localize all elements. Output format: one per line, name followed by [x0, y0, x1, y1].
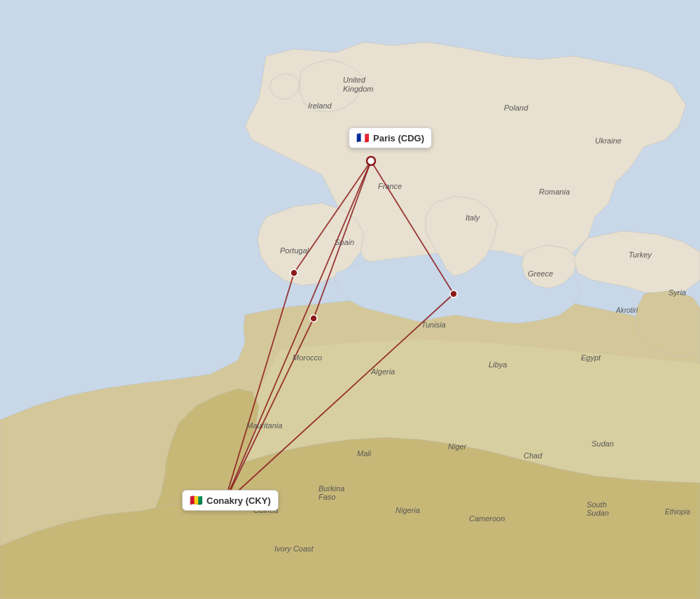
- svg-point-9: [310, 315, 317, 322]
- svg-text:Akrotiri: Akrotiri: [615, 306, 638, 314]
- svg-text:Romania: Romania: [539, 188, 570, 196]
- svg-text:Ireland: Ireland: [308, 101, 332, 110]
- map-container: Ireland United Kingdom France Poland Ukr…: [0, 0, 700, 599]
- svg-text:Mali: Mali: [357, 449, 372, 458]
- svg-text:Poland: Poland: [504, 104, 528, 112]
- svg-text:Kingdom: Kingdom: [343, 85, 373, 93]
- svg-text:Ukraine: Ukraine: [595, 136, 622, 145]
- svg-point-11: [367, 157, 375, 165]
- svg-text:Sudan: Sudan: [587, 509, 609, 517]
- svg-text:Ivory Coast: Ivory Coast: [274, 544, 314, 553]
- svg-text:Cameroon: Cameroon: [469, 514, 505, 523]
- svg-text:Tunisia: Tunisia: [421, 320, 446, 329]
- svg-text:Faso: Faso: [318, 493, 335, 501]
- svg-text:Guinea: Guinea: [253, 506, 278, 514]
- svg-text:South: South: [587, 500, 607, 509]
- svg-text:Morocco: Morocco: [293, 353, 322, 362]
- svg-text:Greece: Greece: [528, 269, 553, 278]
- svg-text:Syria: Syria: [668, 288, 686, 297]
- svg-text:Burkina: Burkina: [318, 484, 344, 493]
- svg-text:France: France: [378, 182, 402, 190]
- svg-text:Libya: Libya: [489, 360, 507, 369]
- svg-text:Mauritania: Mauritania: [246, 421, 282, 430]
- svg-text:Nigeria: Nigeria: [396, 506, 420, 514]
- svg-text:Spain: Spain: [335, 238, 354, 246]
- svg-text:Egypt: Egypt: [581, 353, 601, 362]
- svg-point-10: [450, 290, 457, 297]
- svg-text:Portugal: Portugal: [280, 246, 309, 255]
- svg-point-12: [220, 500, 228, 508]
- svg-point-8: [290, 269, 298, 276]
- svg-text:Chad: Chad: [524, 451, 542, 460]
- svg-text:Turkey: Turkey: [629, 251, 652, 259]
- svg-text:Italy: Italy: [465, 213, 481, 222]
- svg-text:United: United: [343, 76, 366, 84]
- svg-text:Algeria: Algeria: [370, 367, 395, 376]
- svg-text:Niger: Niger: [448, 442, 468, 451]
- map-svg: Ireland United Kingdom France Poland Ukr…: [0, 0, 700, 599]
- svg-text:Ethiopia: Ethiopia: [665, 508, 691, 516]
- svg-text:Sudan: Sudan: [592, 439, 614, 448]
